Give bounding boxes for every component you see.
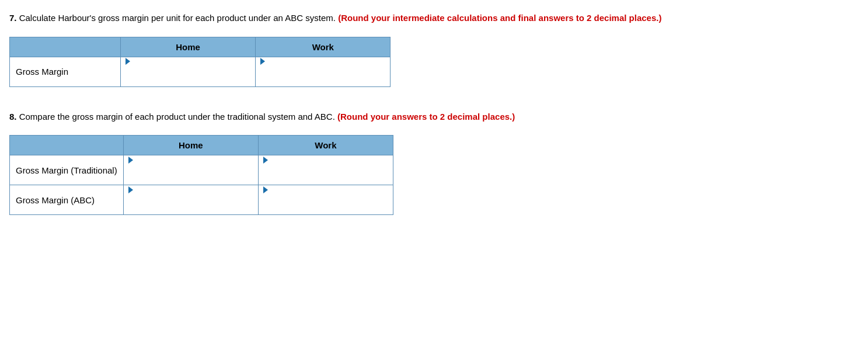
q7-gross-margin-home-cell[interactable] (121, 57, 256, 86)
table-row: Gross Margin (Traditional) (10, 155, 393, 185)
q8-header-row: Home Work (10, 136, 393, 155)
triangle-icon (128, 157, 133, 164)
q8-gross-margin-traditional-home-input[interactable] (128, 164, 253, 186)
q8-header-home: Home (123, 136, 258, 155)
q8-header-work: Work (258, 136, 393, 155)
q8-gross-margin-abc-home-cell[interactable] (123, 185, 258, 215)
q8-gross-margin-traditional-work-input[interactable] (263, 164, 388, 186)
q7-gross-margin-work-cell[interactable] (256, 57, 391, 86)
q8-table: Home Work Gross Margin (Traditional) (9, 135, 393, 215)
q7-red-text: (Round your intermediate calculations an… (338, 13, 661, 23)
q7-table: Home Work Gross Margin (9, 37, 391, 87)
q7-header-home: Home (121, 37, 256, 57)
q7-table-wrapper: Home Work Gross Margin (9, 37, 859, 87)
q8-gross-margin-traditional-label: Gross Margin (Traditional) (10, 155, 124, 185)
triangle-icon (128, 186, 133, 193)
q8-number: 8. (9, 112, 17, 122)
q8-gross-margin-abc-home-input[interactable] (128, 194, 253, 216)
q8-gross-margin-traditional-work-cell[interactable] (258, 155, 393, 185)
q7-gross-margin-work-input[interactable] (260, 65, 385, 88)
q7-header-work: Work (256, 37, 391, 57)
triangle-icon (126, 58, 130, 65)
q7-header-row: Home Work (10, 37, 391, 57)
triangle-icon (263, 157, 268, 164)
triangle-icon (263, 186, 268, 193)
q8-gross-margin-abc-work-cell[interactable] (258, 185, 393, 215)
question-8: 8. Compare the gross margin of each prod… (9, 110, 859, 216)
q8-header-empty (10, 136, 124, 155)
q7-header-empty (10, 37, 121, 57)
q8-gross-margin-abc-label: Gross Margin (ABC) (10, 185, 124, 215)
q7-normal-text: Calculate Harbour's gross margin per uni… (19, 13, 338, 23)
table-row: Gross Margin (10, 57, 391, 86)
question-7-text: 7. Calculate Harbour's gross margin per … (9, 12, 859, 25)
q8-gross-margin-abc-work-input[interactable] (263, 194, 388, 216)
q8-table-wrapper: Home Work Gross Margin (Traditional) (9, 135, 859, 215)
question-7: 7. Calculate Harbour's gross margin per … (9, 12, 859, 87)
q8-normal-text: Compare the gross margin of each product… (19, 112, 337, 122)
question-8-text: 8. Compare the gross margin of each prod… (9, 110, 859, 124)
q8-red-text: (Round your answers to 2 decimal places.… (337, 112, 515, 122)
q7-gross-margin-home-input[interactable] (126, 65, 250, 88)
q7-gross-margin-label: Gross Margin (10, 57, 121, 86)
table-row: Gross Margin (ABC) (10, 185, 393, 215)
q7-number: 7. (9, 13, 17, 23)
triangle-icon (260, 58, 265, 65)
q8-gross-margin-traditional-home-cell[interactable] (123, 155, 258, 185)
